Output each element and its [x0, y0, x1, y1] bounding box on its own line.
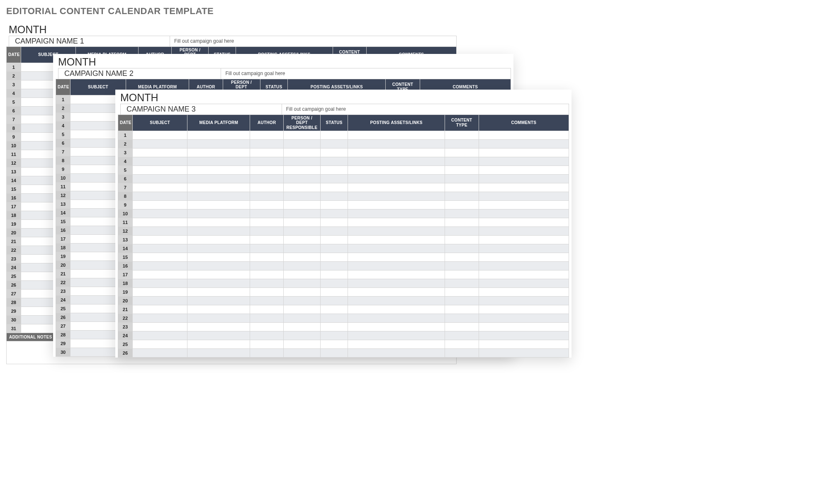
campaign-goal-input[interactable]: Fill out campaign goal here [282, 104, 569, 114]
cell[interactable] [479, 305, 569, 314]
cell[interactable] [250, 218, 283, 227]
cell[interactable] [445, 244, 479, 253]
cell[interactable] [250, 192, 283, 201]
cell[interactable] [321, 218, 348, 227]
cell[interactable] [321, 244, 348, 253]
cell[interactable] [187, 157, 250, 166]
cell[interactable] [348, 288, 445, 297]
cell[interactable] [187, 140, 250, 149]
cell[interactable] [479, 218, 569, 227]
cell[interactable] [348, 297, 445, 305]
cell[interactable] [348, 227, 445, 236]
cell[interactable] [479, 270, 569, 279]
cell[interactable] [348, 305, 445, 314]
cell[interactable] [132, 314, 187, 323]
cell[interactable] [321, 140, 348, 149]
cell[interactable] [321, 149, 348, 157]
cell[interactable] [250, 270, 283, 279]
cell[interactable] [321, 157, 348, 166]
cell[interactable] [348, 131, 445, 140]
cell[interactable] [187, 175, 250, 183]
cell[interactable] [321, 314, 348, 323]
cell[interactable] [445, 288, 479, 297]
cell[interactable] [132, 236, 187, 244]
cell[interactable] [283, 201, 320, 209]
cell[interactable] [187, 131, 250, 140]
cell[interactable] [321, 183, 348, 192]
cell[interactable] [283, 297, 320, 305]
cell[interactable] [479, 183, 569, 192]
cell[interactable] [479, 323, 569, 331]
cell[interactable] [348, 253, 445, 262]
cell[interactable] [187, 270, 250, 279]
cell[interactable] [321, 236, 348, 244]
cell[interactable] [250, 175, 283, 183]
cell[interactable] [479, 192, 569, 201]
cell[interactable] [348, 244, 445, 253]
cell[interactable] [132, 270, 187, 279]
cell[interactable] [445, 279, 479, 288]
cell[interactable] [348, 331, 445, 340]
cell[interactable] [250, 157, 283, 166]
cell[interactable] [321, 209, 348, 218]
cell[interactable] [187, 149, 250, 157]
cell[interactable] [132, 209, 187, 218]
cell[interactable] [321, 166, 348, 175]
cell[interactable] [348, 140, 445, 149]
cell[interactable] [479, 201, 569, 209]
campaign-name[interactable]: CAMPAIGN NAME 2 [58, 68, 221, 79]
cell[interactable] [445, 270, 479, 279]
cell[interactable] [132, 218, 187, 227]
cell[interactable] [445, 349, 479, 358]
cell[interactable] [348, 270, 445, 279]
cell[interactable] [187, 218, 250, 227]
cell[interactable] [445, 183, 479, 192]
campaign-goal-input[interactable]: Fill out campaign goal here [221, 68, 511, 79]
cell[interactable] [250, 183, 283, 192]
cell[interactable] [321, 262, 348, 270]
cell[interactable] [187, 209, 250, 218]
cell[interactable] [250, 288, 283, 297]
cell[interactable] [445, 131, 479, 140]
cell[interactable] [445, 157, 479, 166]
campaign-name[interactable]: CAMPAIGN NAME 1 [9, 36, 170, 46]
cell[interactable] [348, 262, 445, 270]
cell[interactable] [348, 149, 445, 157]
cell[interactable] [250, 131, 283, 140]
cell[interactable] [445, 201, 479, 209]
cell[interactable] [445, 218, 479, 227]
cell[interactable] [250, 262, 283, 270]
cell[interactable] [321, 227, 348, 236]
cell[interactable] [187, 244, 250, 253]
cell[interactable] [283, 323, 320, 331]
cell[interactable] [348, 340, 445, 349]
cell[interactable] [321, 279, 348, 288]
cell[interactable] [348, 279, 445, 288]
cell[interactable] [479, 166, 569, 175]
cell[interactable] [283, 192, 320, 201]
cell[interactable] [321, 340, 348, 349]
cell[interactable] [479, 175, 569, 183]
cell[interactable] [445, 340, 479, 349]
cell[interactable] [250, 349, 283, 358]
cell[interactable] [187, 201, 250, 209]
cell[interactable] [348, 201, 445, 209]
cell[interactable] [445, 297, 479, 305]
cell[interactable] [348, 349, 445, 358]
cell[interactable] [445, 175, 479, 183]
cell[interactable] [250, 340, 283, 349]
cell[interactable] [479, 140, 569, 149]
cell[interactable] [250, 209, 283, 218]
cell[interactable] [132, 175, 187, 183]
cell[interactable] [348, 314, 445, 323]
cell[interactable] [250, 149, 283, 157]
cell[interactable] [132, 288, 187, 297]
cell[interactable] [187, 166, 250, 175]
cell[interactable] [250, 331, 283, 340]
cell[interactable] [479, 131, 569, 140]
cell[interactable] [250, 279, 283, 288]
cell[interactable] [479, 236, 569, 244]
cell[interactable] [479, 262, 569, 270]
cell[interactable] [187, 314, 250, 323]
cell[interactable] [348, 175, 445, 183]
